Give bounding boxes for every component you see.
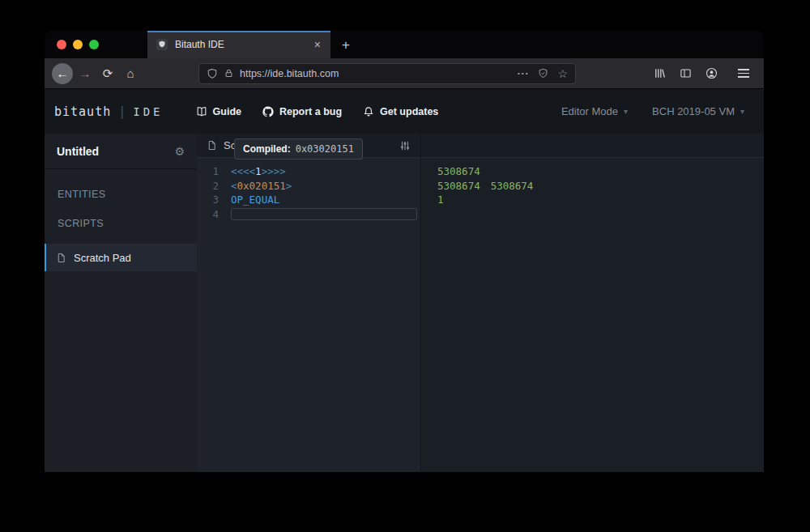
code-token: >: [286, 179, 292, 194]
nav-button-label: Report a bug: [279, 106, 342, 117]
bell-icon: [363, 106, 374, 117]
code-line[interactable]: 3OP_EQUAL: [197, 193, 420, 207]
app-header: bitauth | IDE GuideReport a bugGet updat…: [45, 89, 764, 134]
page-actions-icon[interactable]: •••: [518, 70, 529, 77]
tracking-protection-shield-icon[interactable]: [207, 68, 218, 79]
traffic-lights: [45, 40, 110, 49]
tab-title: Bitauth IDE: [175, 39, 306, 50]
forward-button[interactable]: →: [74, 62, 96, 85]
code-line-content: <<<<1>>>>: [231, 164, 420, 179]
stack-value: 5308674: [437, 179, 480, 194]
stack-value: 5308674: [437, 164, 480, 179]
library-icon[interactable]: [654, 67, 666, 79]
reload-button[interactable]: ⟳: [96, 62, 119, 85]
nav-button-report-a-bug[interactable]: Report a bug: [262, 106, 342, 117]
code-line-content: <0x020151>: [231, 179, 420, 194]
code-token: <<<<: [231, 164, 255, 179]
code-line[interactable]: 2<0x020151>: [197, 179, 420, 194]
github-icon: [262, 106, 274, 117]
chevron-down-icon: ▾: [740, 107, 744, 116]
line-number: 4: [197, 207, 225, 222]
home-button[interactable]: ⌂: [119, 62, 142, 85]
zoom-window-button[interactable]: [89, 40, 99, 49]
back-button[interactable]: ←: [52, 63, 73, 84]
menu-hamburger-icon[interactable]: [738, 69, 754, 78]
tooltip-value: 0x03020151: [296, 143, 354, 155]
nav-button-get-updates[interactable]: Get updates: [363, 106, 438, 117]
editor-mode-select[interactable]: Editor Mode ▾: [561, 105, 628, 117]
code-line[interactable]: 4: [197, 207, 420, 222]
lock-icon[interactable]: [224, 68, 234, 79]
code-token: 0x020151: [237, 179, 286, 194]
close-window-button[interactable]: [57, 40, 66, 49]
minimize-window-button[interactable]: [73, 40, 83, 49]
stack-value: 1: [437, 193, 444, 207]
document-icon: [56, 253, 66, 263]
code-token: 1: [255, 164, 262, 179]
logo-text-primary: bitauth: [54, 104, 111, 119]
nav-button-guide[interactable]: Guide: [196, 106, 241, 117]
url-bar[interactable]: https://ide.bitauth.com ••• ☆: [198, 63, 576, 84]
code-line-content: [231, 208, 420, 220]
browser-tab-bitauth-ide[interactable]: Bitauth IDE ×: [147, 31, 330, 58]
header-right-controls: Editor Mode ▾ BCH 2019-05 VM ▾: [561, 105, 754, 117]
compiled-tooltip: Compiled: 0x03020151: [234, 138, 363, 160]
bitauth-favicon-icon: [156, 38, 168, 51]
vm-select-label: BCH 2019-05 VM: [652, 105, 735, 117]
bitauth-ide-app: bitauth | IDE GuideReport a bugGet updat…: [45, 89, 764, 472]
script-settings-icon[interactable]: [399, 140, 411, 151]
sidebar-section-scripts[interactable]: SCRIPTS: [58, 218, 197, 229]
new-tab-button[interactable]: +: [342, 38, 350, 52]
project-title: Untitled: [57, 145, 99, 158]
sidebar-item-scratch-pad[interactable]: Scratch Pad: [45, 244, 197, 271]
editor-mode-label: Editor Mode: [561, 105, 618, 117]
document-icon: [207, 140, 217, 151]
bitauth-logo: bitauth | IDE: [54, 104, 164, 119]
code-token: <: [231, 179, 237, 194]
line-number: 1: [197, 164, 225, 179]
evaluation-panel-header: [421, 134, 764, 158]
code-line-content: OP_EQUAL: [231, 193, 420, 207]
vm-select[interactable]: BCH 2019-05 VM ▾: [652, 105, 744, 117]
tab-close-icon[interactable]: ×: [313, 38, 322, 51]
evaluation-panel: 5308674530867453086741: [421, 134, 764, 472]
app-nav: GuideReport a bugGet updates: [196, 106, 439, 117]
stack-row: 1: [437, 193, 764, 207]
code-line[interactable]: 1<<<<1>>>>: [197, 164, 420, 179]
project-row: Untitled ⚙: [45, 134, 197, 169]
line-number: 2: [197, 179, 225, 194]
code-token: OP_EQUAL: [231, 193, 279, 207]
stack-row: 5308674: [437, 164, 764, 179]
sidebar-section-entities[interactable]: ENTITIES: [58, 189, 197, 200]
sidebar-toggle-icon[interactable]: [680, 67, 692, 79]
browser-window: Bitauth IDE × + ← → ⟳ ⌂ https://ide.bita…: [45, 31, 764, 472]
tab-bar: Bitauth IDE × +: [45, 31, 764, 58]
bookmark-star-icon[interactable]: ☆: [557, 68, 568, 79]
script-item-label: Scratch Pad: [74, 252, 131, 264]
editor-cursor-box[interactable]: [231, 208, 417, 220]
tooltip-label: Compiled:: [243, 143, 291, 155]
chevron-down-icon: ▾: [624, 107, 628, 116]
shield-report-icon[interactable]: [538, 68, 548, 79]
gear-icon[interactable]: ⚙: [174, 146, 185, 157]
book-icon: [196, 106, 207, 117]
logo-text-secondary: IDE: [133, 105, 163, 118]
browser-toolbar: ← → ⟳ ⌂ https://ide.bitauth.com ••• ☆: [45, 58, 764, 89]
account-icon[interactable]: [706, 67, 718, 79]
stack-value: 5308674: [491, 179, 534, 194]
nav-button-label: Guide: [213, 106, 241, 117]
logo-divider: |: [118, 104, 126, 119]
evaluation-stack: 5308674530867453086741: [421, 158, 764, 207]
code-token: >>>>: [262, 164, 286, 179]
sidebar: Untitled ⚙ ENTITIESSCRIPTS Scratch Pad: [45, 134, 197, 472]
script-editor-panel: Sc 1<<<<1>>>>2<0x020151>3OP_EQUAL4: [197, 134, 421, 472]
url-text[interactable]: https://ide.bitauth.com: [240, 68, 512, 79]
line-number: 3: [197, 193, 225, 207]
code-editor[interactable]: 1<<<<1>>>>2<0x020151>3OP_EQUAL4: [197, 158, 420, 221]
app-body: Untitled ⚙ ENTITIESSCRIPTS Scratch Pad: [45, 134, 764, 472]
stack-row: 53086745308674: [437, 179, 764, 194]
nav-button-label: Get updates: [380, 106, 438, 117]
sidebar-sections: ENTITIESSCRIPTS: [45, 169, 197, 229]
